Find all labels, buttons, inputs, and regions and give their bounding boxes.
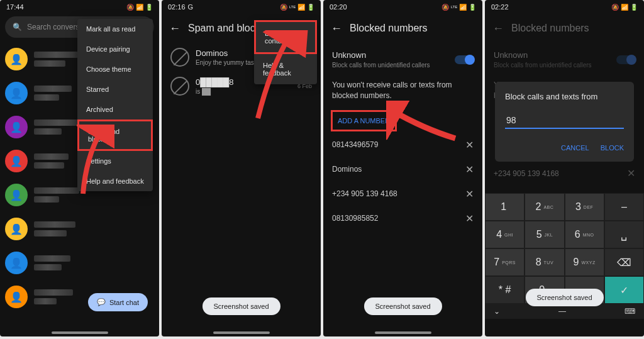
status-time: 02:16 (168, 3, 186, 11)
avatar: 👤 (5, 150, 28, 172)
close-icon[interactable]: ✕ (465, 164, 474, 175)
add-number-button[interactable]: ADD A NUMBER (331, 110, 397, 131)
key-backspace[interactable]: ⌫ (604, 248, 644, 276)
blocked-number-row: Dominos✕ (323, 157, 482, 182)
avatar: 👤 (5, 184, 28, 206)
status-icons: 🔕 📶 🔋 (126, 4, 153, 11)
unknown-toggle (616, 55, 635, 64)
block-button[interactable]: BLOCK (601, 144, 624, 152)
key-5[interactable]: 5JKL (525, 221, 564, 248)
avatar: 👤 (5, 286, 28, 308)
nav-handle (375, 331, 431, 334)
block-icon (170, 77, 189, 96)
status-icons: 🔕 LTE 📶 🔋 (280, 4, 314, 11)
close-icon[interactable]: ✕ (465, 188, 474, 200)
key-space[interactable]: ␣ (604, 221, 644, 248)
chevron-down-icon[interactable]: ⌄ (494, 307, 500, 316)
overflow-menu: Mark all as read Device pairing Choose t… (77, 19, 153, 191)
menu-theme[interactable]: Choose theme (77, 59, 153, 79)
appbar-title: Spam and block (188, 23, 260, 34)
avatar: 👤 (5, 48, 28, 70)
nav-handle (52, 331, 108, 334)
key-2[interactable]: 2ABC (525, 193, 564, 221)
dialog-title: Block calls and texts from (505, 92, 624, 101)
unknown-sub: Block calls from unidentified callers (494, 62, 592, 69)
menu-help[interactable]: Help & feedback (254, 54, 317, 84)
key-1[interactable]: 1 (485, 193, 525, 221)
key-3[interactable]: 3DEF (565, 193, 604, 221)
start-chat-fab[interactable]: 💬 Start chat (88, 293, 148, 311)
appbar: ← Blocked numbers (485, 14, 644, 43)
phone-blocked-numbers: 02:20 🔕 LTE 📶 🔋 ← Blocked numbers Unknow… (323, 0, 482, 336)
nav-handle (213, 331, 270, 334)
keyboard-dash: — (558, 307, 566, 316)
phone-number-input[interactable]: 98 (505, 113, 624, 129)
key-7[interactable]: 7PQRS (485, 248, 525, 276)
avatar: 👤 (5, 82, 28, 104)
blocked-number-row: 08143496579✕ (323, 133, 482, 157)
phone-messages-list: 17:44 🔕 📶 🔋 🔍 Search conversati 👤 👤 👤 👤 … (0, 0, 159, 336)
menu-starred[interactable]: Starred (77, 79, 153, 99)
key-9[interactable]: 9WXYZ (565, 248, 604, 276)
chat-icon: 💬 (97, 298, 106, 306)
avatar: 👤 (5, 218, 28, 240)
screenshot-toast: Screenshot saved (525, 289, 603, 306)
statusbar: 02:22 🔕 📶 🔋 (485, 0, 644, 14)
appbar: ← Blocked numbers (323, 14, 482, 43)
avatar: 👤 (5, 116, 28, 138)
back-icon[interactable]: ← (169, 22, 180, 35)
overflow-menu: Blocked contacts Help & feedback (254, 20, 317, 84)
status-icons: 🔕 LTE 📶 🔋 (441, 4, 476, 11)
status-icons: 🔕 📶 🔋 (611, 4, 638, 11)
menu-archived[interactable]: Archived (77, 99, 153, 119)
appbar-title: Blocked numbers (350, 23, 428, 34)
blocked-number-row: +234 905 139 4168✕ (323, 182, 482, 206)
keyboard-icon[interactable]: ⌨ (625, 307, 635, 316)
menu-mark-read[interactable]: Mark all as read (77, 19, 153, 39)
close-icon: ✕ (627, 167, 635, 179)
phone-spam-blocked: 02:16 G 🔕 LTE 📶 🔋 ← Spam and block Domin… (162, 0, 321, 336)
menu-device-pairing[interactable]: Device pairing (77, 39, 153, 59)
menu-help[interactable]: Help and feedback (77, 171, 153, 191)
blocked-number-row: 08130985852✕ (323, 206, 482, 231)
menu-spam-blocked[interactable]: Spam and blocked (77, 119, 153, 151)
screenshot-toast: Screenshot saved (202, 297, 280, 315)
unknown-title: Unknown (332, 50, 430, 60)
menu-settings[interactable]: Settings (77, 151, 153, 171)
back-icon[interactable]: ← (331, 22, 342, 35)
key-6[interactable]: 6MNO (565, 221, 604, 248)
block-icon (170, 48, 189, 67)
unknown-toggle-row: Unknown Block calls from unidentified ca… (485, 43, 644, 76)
unknown-toggle[interactable] (455, 55, 474, 64)
statusbar: 17:44 🔕 📶 🔋 (0, 0, 159, 14)
block-dialog: Block calls and texts from 98 CANCEL BLO… (495, 82, 634, 162)
blocked-number-row: +234 905 139 4168✕ (485, 161, 644, 186)
screenshot-toast: Screenshot saved (364, 297, 441, 315)
key-8[interactable]: 8TUV (525, 248, 564, 276)
start-chat-label: Start chat (109, 299, 139, 306)
key-dash[interactable]: – (604, 193, 644, 221)
status-time: 02:20 (330, 3, 347, 11)
key-4[interactable]: 4GHI (485, 221, 525, 248)
status-time: 02:22 (491, 3, 509, 11)
cancel-button[interactable]: CANCEL (561, 144, 589, 152)
key-symbols[interactable]: * # (485, 276, 525, 304)
menu-blocked-contacts[interactable]: Blocked contacts (254, 20, 317, 54)
info-text: You won't receive calls or texts from bl… (323, 76, 482, 109)
spam-sub: is ██ (196, 88, 291, 95)
avatar: 👤 (5, 252, 28, 274)
unknown-title: Unknown (494, 50, 592, 60)
unknown-sub: Block calls from unidentified callers (332, 62, 430, 69)
close-icon[interactable]: ✕ (465, 213, 474, 225)
status-time: 17:44 (6, 3, 24, 11)
appbar-title: Blocked numbers (511, 23, 589, 34)
statusbar: 02:16 G 🔕 LTE 📶 🔋 (162, 0, 321, 14)
list-item[interactable]: 👤 (5, 248, 154, 278)
list-item[interactable]: 👤 (5, 214, 154, 244)
key-enter[interactable]: ✓ (604, 276, 644, 304)
unknown-toggle-row: Unknown Block calls from unidentified ca… (323, 43, 482, 76)
phone-add-number-dialog: 02:22 🔕 📶 🔋 ← Blocked numbers Unknown Bl… (485, 0, 644, 336)
back-icon: ← (492, 22, 504, 35)
search-icon: 🔍 (13, 23, 22, 31)
close-icon[interactable]: ✕ (465, 139, 474, 151)
